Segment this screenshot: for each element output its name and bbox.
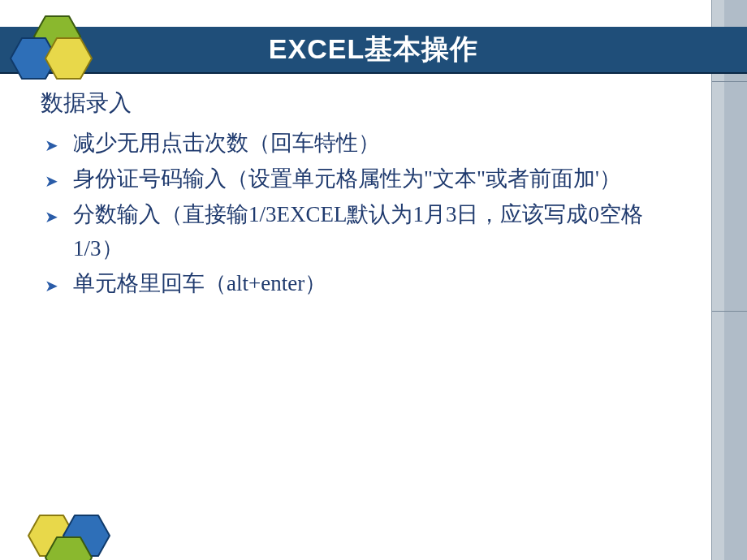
right-band-inner [724,0,747,560]
bullet-text: 分数输入（直接输1/3EXCEL默认为1月3日，应该写成0空格 1/3） [73,202,643,261]
bullet-icon: ➤ [45,205,58,230]
bullet-text: 单元格里回车（alt+enter） [73,271,326,295]
list-item: ➤ 单元格里回车（alt+enter） [41,267,690,301]
slide-content: 数据录入 ➤ 减少无用点击次数（回车特性） ➤ 身份证号码输入（设置单元格属性为… [41,88,690,303]
top-hexagon-decoration [6,15,103,88]
bottom-hexagon-decoration [0,487,130,560]
list-item: ➤ 减少无用点击次数（回车特性） [41,127,690,161]
slide-title: EXCEL基本操作 [269,31,478,68]
section-heading: 数据录入 [41,88,690,118]
list-item: ➤ 分数输入（直接输1/3EXCEL默认为1月3日，应该写成0空格 1/3） [41,198,690,266]
list-item: ➤ 身份证号码输入（设置单元格属性为"文本"或者前面加'） [41,162,690,196]
title-bar: EXCEL基本操作 [0,27,747,74]
right-decorative-band [711,0,747,560]
bullet-icon: ➤ [45,169,58,194]
right-band-divider-2 [712,311,747,312]
bullet-icon: ➤ [45,133,58,158]
bullet-text: 身份证号码输入（设置单元格属性为"文本"或者前面加'） [73,166,621,191]
bullet-text: 减少无用点击次数（回车特性） [73,131,380,155]
right-band-divider-1 [712,81,747,82]
bullet-icon: ➤ [45,274,58,299]
bullet-list: ➤ 减少无用点击次数（回车特性） ➤ 身份证号码输入（设置单元格属性为"文本"或… [41,127,690,301]
